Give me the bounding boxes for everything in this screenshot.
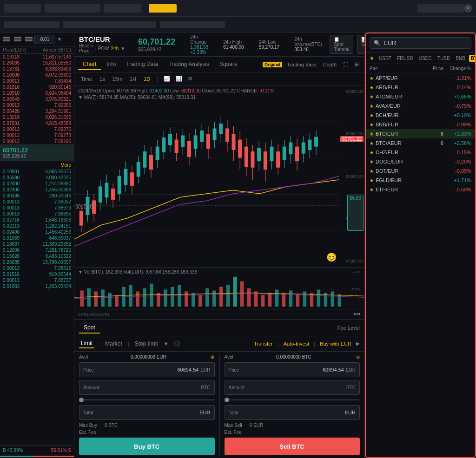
pair-row[interactable]: ★ ATOM/EUR +0.65% [366, 92, 475, 101]
pair-star[interactable]: ★ [370, 187, 374, 192]
search-input[interactable] [383, 39, 467, 46]
pair-star[interactable]: ★ [370, 141, 374, 146]
buy-order-row[interactable]: 0.01516919.86544 [0, 271, 74, 277]
sell-order-row[interactable]: 0.000137.89355 [0, 102, 74, 108]
buy-button[interactable]: Buy BTC [79, 438, 215, 455]
sell-slider-track[interactable] [225, 399, 360, 400]
pair-star[interactable]: ★ [370, 113, 374, 118]
sell-order-row[interactable]: 0.000137.89276 [0, 126, 74, 132]
buy-slider-thumb[interactable] [79, 398, 84, 402]
scroll-icon[interactable]: ⟺ [353, 311, 361, 317]
auto-invest-link[interactable]: Auto-Invest [284, 341, 310, 347]
buy-order-row[interactable]: 0.000137.88973 [0, 205, 74, 211]
buy-price-row[interactable]: Price EUR [79, 362, 215, 377]
sell-order-row[interactable]: 0.109106,624.98404 [0, 90, 74, 96]
transfer-link[interactable]: Transfer [254, 341, 273, 347]
pair-star[interactable]: ★ [370, 76, 374, 81]
tab-square[interactable]: Square [215, 59, 242, 70]
buy-order-row[interactable]: 0.024001,456.40256 [0, 229, 74, 235]
depth-btn[interactable]: Depth [321, 61, 338, 68]
buy-order-row[interactable]: 0.020001,214.08880 [0, 181, 74, 187]
buy-order-row[interactable]: 0.027161,648.16305 [0, 217, 74, 223]
pair-row[interactable]: ★ BTC/AEUR 6 +2.56% [366, 138, 475, 148]
orderbook-view-icon-2[interactable] [14, 37, 21, 42]
sell-slider-row[interactable] [225, 398, 360, 402]
order-info-icon[interactable]: ⓘ [174, 340, 180, 348]
sell-order-row[interactable]: 0.1911311,607.57146 [0, 54, 74, 60]
more-link[interactable]: More [0, 161, 74, 169]
orderbook-view-icon[interactable] [3, 37, 10, 42]
pair-star[interactable]: ★ [370, 131, 374, 137]
pair-row[interactable]: ★ ARB/EUR -0.14% [366, 83, 475, 92]
sell-order-row[interactable]: 0.01516920.60146 [0, 84, 74, 90]
search-input-wrap[interactable]: 🔍 [370, 37, 471, 49]
chart-type-line[interactable]: 📈 [162, 75, 172, 83]
pair-star[interactable]: ★ [370, 122, 374, 127]
pair-star[interactable]: ★ [370, 159, 374, 164]
pair-row[interactable]: ★ EGLD/EUR +1.71% [366, 176, 475, 185]
buy-with-dropdown[interactable]: ▶ [356, 341, 360, 347]
buy-order-row[interactable]: 0.000137.89052 [0, 199, 74, 205]
sell-avbl-icon[interactable]: ⊕ [356, 354, 360, 360]
orderbook-size-input[interactable] [34, 35, 55, 44]
order-type-limit[interactable]: Limit [79, 339, 94, 348]
pair-row[interactable]: ★ DOT/EUR -0.09% [366, 166, 475, 176]
time-15m[interactable]: 15m [110, 76, 125, 82]
buy-order-row[interactable]: 0.000137.88816 [0, 265, 74, 271]
sell-button[interactable]: Sell BTC [225, 438, 360, 455]
sell-order-row[interactable]: 0.137318,338.83493 [0, 66, 74, 72]
buy-with-link[interactable]: Buy with EUR [320, 341, 351, 347]
time-1s[interactable]: 1s [97, 76, 108, 82]
pair-star[interactable]: ★ [370, 94, 374, 99]
sell-order-row[interactable]: 0.000137.89434 [0, 78, 74, 84]
sell-order-row[interactable]: 0.132198,026.21592 [0, 114, 74, 120]
pair-row[interactable]: ★ BNB/EUR -0.99% [366, 120, 475, 129]
sell-order-row[interactable]: 0.000137.89273 [0, 132, 74, 138]
time-1d[interactable]: 1D [141, 76, 153, 82]
emoji-button[interactable]: 😊 [326, 252, 337, 262]
size-dropdown-arrow[interactable]: ▼ [57, 37, 62, 42]
buy-slider-track[interactable] [79, 399, 215, 400]
grid-icon[interactable]: ⊞ [353, 60, 361, 68]
buy-order-row[interactable]: 0.2603515,798.09007 [0, 259, 74, 265]
stop-dropdown[interactable]: ▼ [164, 341, 169, 347]
buy-order-row[interactable]: 0.024001,456.90488 [0, 187, 74, 193]
buy-slider-row[interactable] [79, 398, 215, 402]
cur-tab-tusd[interactable]: TUSD [436, 55, 452, 62]
pair-row[interactable]: ★ ETH/EUR -0.50% [366, 185, 475, 194]
tab-spot[interactable]: Spot [79, 322, 100, 334]
buy-order-row[interactable]: 0.109816,665.95675 [0, 169, 74, 175]
tab-info[interactable]: Info [102, 59, 120, 70]
buy-order-row[interactable]: 0.065904,000.42325 [0, 175, 74, 181]
fee-level[interactable]: Fee Level [337, 325, 360, 331]
cur-tab-usdc[interactable]: USDC [417, 55, 434, 62]
tab-chart[interactable]: Chart [78, 59, 101, 70]
sell-order-row[interactable]: 0.065493,976.80821 [0, 96, 74, 102]
buy-order-row[interactable]: 0.019831,203.03434 [0, 283, 74, 289]
sell-amount-row[interactable]: Amount BTC [225, 380, 360, 395]
buy-order-row[interactable]: 0.000137.88895 [0, 211, 74, 217]
buy-order-row[interactable]: 0.1863711,309.23352 [0, 241, 74, 247]
sell-price-row[interactable]: Price EUR [225, 362, 360, 377]
buy-order-row[interactable]: 0.000137.88737 [0, 277, 74, 283]
pair-row[interactable]: ★ APT/EUR -1.31% [366, 73, 475, 83]
close-button[interactable]: ✕ [464, 4, 472, 13]
sell-order-row[interactable]: 0.054263,294.51961 [0, 108, 74, 114]
spot-tutorial-button[interactable]: 📋 Spot Tutorial [330, 35, 353, 54]
pair-star[interactable]: ★ [370, 150, 374, 155]
pair-row[interactable]: ★ BTC/EUR 6 +2.33% [366, 129, 475, 138]
buy-order-row[interactable]: 0.00330200.30046 [0, 193, 74, 199]
vol-link[interactable]: 24h [111, 46, 119, 51]
sell-slider-thumb[interactable] [225, 398, 229, 402]
cur-tab-bnb[interactable]: BNB [454, 55, 467, 62]
sell-order-row[interactable]: 0.079314,815.48589 [0, 120, 74, 126]
order-type-market[interactable]: Market [103, 340, 124, 348]
tab-trading-analysis[interactable]: Trading Analysis [164, 59, 214, 70]
buy-price-input[interactable] [161, 367, 198, 373]
cur-tab-fdusd[interactable]: FDUSD [395, 55, 415, 62]
buy-order-row[interactable]: 0.156289,483.10322 [0, 253, 74, 259]
buy-order-row[interactable]: 0.120007,281.78720 [0, 247, 74, 253]
buy-order-row[interactable]: 0.021131,282.24151 [0, 223, 74, 229]
buy-amount-input[interactable] [162, 385, 199, 390]
pair-row[interactable]: ★ DOGE/EUR -0.20% [366, 157, 475, 166]
